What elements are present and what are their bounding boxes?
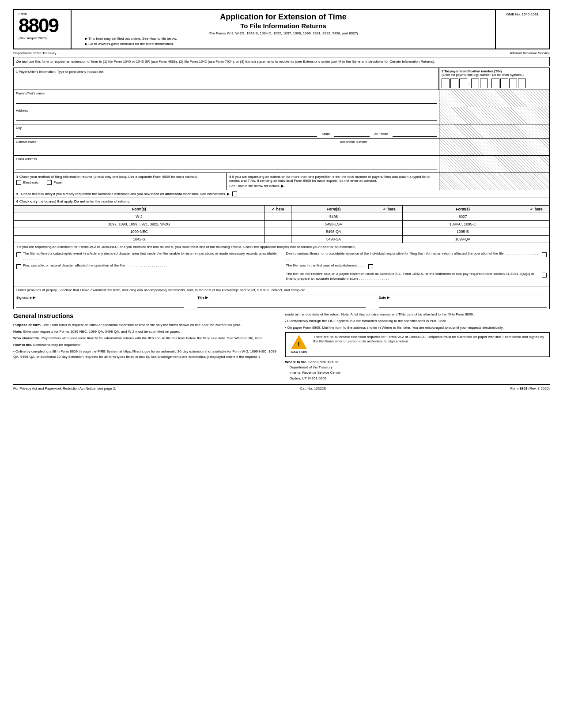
date-input[interactable] [379, 300, 547, 308]
check-5498[interactable] [376, 213, 403, 220]
where-heading: Where to file. [285, 360, 307, 364]
form-1099nec: 1099-NEC [14, 228, 265, 235]
form-5498qa: 5498-QA [291, 228, 376, 235]
check-1099qa[interactable] [523, 235, 550, 243]
city-left: City State ZIP code [14, 124, 439, 138]
telephone-input[interactable] [340, 144, 437, 152]
how-heading: How to file. [13, 343, 32, 347]
title-block: Title ▶ [197, 296, 365, 308]
payer-name-row: Payer's/filer's name [13, 90, 550, 107]
contact-row: Contact name Telephone number [13, 139, 550, 156]
warning-box: Do not use this form to request an exten… [13, 57, 550, 66]
zip-label: ZIP code [374, 132, 388, 137]
dept-line: Department of the Treasury Internal Reve… [13, 50, 550, 56]
tin-cell-2[interactable] [450, 79, 458, 88]
general-instructions: General Instructions Purpose of form. Us… [13, 312, 550, 382]
title-input[interactable] [197, 300, 365, 308]
check-5498qa[interactable] [376, 228, 403, 235]
warning-text: Do not use this form to request an exten… [16, 60, 435, 64]
check-8027[interactable] [523, 213, 550, 220]
check-1097[interactable] [264, 220, 291, 228]
electronic-checkbox[interactable] [16, 180, 21, 185]
check-1095b[interactable] [523, 228, 550, 235]
state-label: State [321, 132, 330, 137]
check-w2[interactable] [264, 213, 291, 220]
criteria-3: Death, serious illness, or unavoidable a… [286, 251, 547, 261]
criteria-5: The filer did not receive data on a paye… [286, 272, 547, 281]
instruction2: ▶ Go to www.irs.gov/Form8809 for the lat… [76, 42, 491, 46]
tin-cell-8[interactable] [509, 79, 517, 88]
caution-word: CAUTION [291, 350, 306, 355]
tin-cell-6[interactable] [491, 79, 499, 88]
address-label: Address [16, 109, 437, 113]
table-row: 1099-NEC 5498-QA 1095-B [14, 228, 550, 235]
instructions-right-col: made by the due date of the return. Note… [285, 312, 550, 382]
contact-name-input[interactable] [16, 144, 335, 152]
form-1042s: 1042-S [14, 235, 265, 243]
date-block: Date ▶ [379, 296, 547, 308]
criteria-3-checkbox[interactable] [542, 252, 547, 257]
warning-body: use this form to request an extension of… [29, 60, 435, 64]
form-1094c: 1094-C, 1095-C [403, 220, 523, 228]
criteria-2: Fire, casualty, or natural disaster affe… [16, 263, 277, 269]
tin-cell-3[interactable] [459, 79, 467, 88]
note-para: Note: Extension requests for Forms 1099-… [13, 329, 278, 334]
sig-input[interactable] [16, 300, 184, 308]
contact-left: Contact name Telephone number [14, 139, 439, 155]
zip-input[interactable] [393, 130, 437, 137]
criteria-4-text: The filer was in the first year of estab… [286, 263, 367, 268]
tin-cell-9[interactable] [518, 79, 526, 88]
omb-number: OMB No. 1545-1081 [506, 12, 538, 16]
instruction1: ▶ This form may be filled out online. Se… [76, 37, 491, 41]
tin-sep-1: - [468, 79, 470, 88]
how-text: Extensions may be requested: [33, 343, 81, 347]
tin-cell-5[interactable] [480, 79, 488, 88]
criteria-5-text: The filer did not receive data on a paye… [286, 272, 540, 281]
criteria-2-checkbox[interactable] [16, 264, 21, 269]
form-1095b: 1095-B [403, 228, 523, 235]
footer-cat: Cat. No. 10322N [300, 387, 326, 390]
telephone-label: Telephone number [340, 140, 437, 144]
footer-right-rev: (Rev. 8-2020) [529, 387, 550, 390]
form-5498esa: 5498-ESA [291, 220, 376, 228]
tin-cell-1[interactable] [442, 79, 450, 88]
check-1099nec[interactable] [264, 228, 291, 235]
email-input[interactable] [16, 161, 437, 169]
check-5498esa[interactable] [376, 220, 403, 228]
inst-heading: General Instructions [13, 312, 278, 321]
criteria-1-checkbox[interactable] [16, 252, 21, 257]
title-section: Application for Extension of Time To Fil… [72, 10, 496, 49]
penalties-text: Under penalties of perjury, I declare th… [16, 288, 306, 292]
city-input[interactable] [16, 130, 317, 137]
tin-cell-4[interactable] [471, 79, 479, 88]
state-input[interactable] [334, 130, 370, 137]
tin-label: 2 Taxpayer identification number (TIN) [442, 69, 547, 73]
address-input[interactable] [16, 113, 437, 121]
paper-bullet: • On paper Form 8809. Mail the form to t… [285, 325, 550, 330]
section7-intro: If you are requesting an extension for F… [19, 245, 356, 249]
criteria-5-checkbox[interactable] [542, 273, 547, 278]
check-5498sa[interactable] [376, 235, 403, 243]
check-1042s[interactable] [264, 235, 291, 243]
payer-name-input[interactable] [16, 96, 437, 104]
check-1094c[interactable] [523, 220, 550, 228]
footer-right: Form 8809 (Rev. 8-2020) [510, 387, 550, 390]
section34-row: 3 Check your method of filing informatio… [13, 173, 550, 190]
instructions-left-col: General Instructions Purpose of form. Us… [13, 312, 278, 382]
sig-block: Signature ▶ [16, 296, 184, 308]
section34-hatch [439, 173, 549, 190]
tin-box: 2 Taxpayer identification number (TIN) (… [439, 68, 549, 90]
section4-see: See How to file below for details. ▶ [229, 184, 436, 188]
paper-checkbox[interactable] [47, 180, 52, 185]
criteria-4-checkbox[interactable] [368, 264, 373, 269]
section5-checkbox[interactable] [232, 191, 237, 196]
electronic-option: Electronic Paper [16, 180, 223, 185]
tin-cell-7[interactable] [500, 79, 508, 88]
criteria-row: The filer suffered a catastrophic event … [16, 251, 547, 284]
purpose-para: Purpose of form. Use Form 8809 to reques… [13, 323, 278, 327]
section4-text: If you are requesting an extension for m… [229, 175, 430, 183]
how-bullet1: • Online by completing a fill-in Form 88… [13, 349, 278, 359]
email-label: Email address [16, 157, 437, 161]
section3-num: 3 [16, 175, 18, 179]
footer-left: For Privacy Act and Paperwork Reduction … [13, 387, 116, 390]
